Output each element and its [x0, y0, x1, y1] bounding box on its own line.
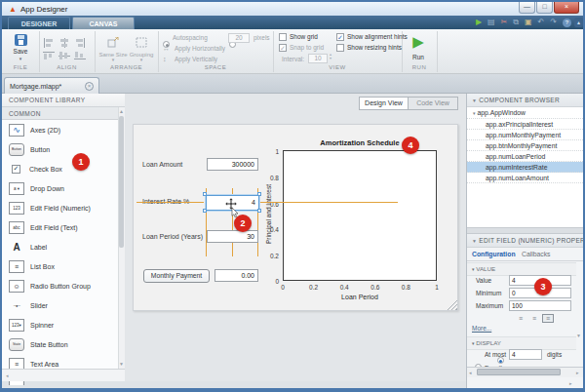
- alignment-hints-checkbox[interactable]: ✓: [336, 33, 344, 41]
- tab-canvas[interactable]: CANVAS: [72, 17, 135, 29]
- tree-root[interactable]: ▾ app.AppWindow: [467, 107, 583, 119]
- loan-amount-label[interactable]: Loan Amount: [142, 160, 182, 170]
- copy-icon[interactable]: ⧉: [513, 17, 519, 28]
- monthly-payment-button[interactable]: Monthly Payment: [143, 269, 210, 283]
- space-pixels-input[interactable]: 20: [228, 33, 250, 43]
- selection-handle[interactable]: [203, 192, 207, 196]
- tab-callbacks[interactable]: Callbacks: [522, 248, 550, 260]
- library-group-common[interactable]: COMMON: [2, 107, 125, 120]
- align-text-left-icon[interactable]: ≡: [515, 314, 526, 323]
- minimize-button[interactable]: —: [519, 2, 535, 14]
- interval-spinner[interactable]: ▴ ▾: [330, 53, 332, 60]
- tab-configuration[interactable]: Configuration: [472, 248, 516, 260]
- properties-hscrollbar-thumb[interactable]: [477, 369, 561, 375]
- tree-expand-icon[interactable]: ▾: [473, 110, 476, 116]
- maximize-button[interactable]: □: [536, 2, 553, 14]
- tree-item[interactable]: app.axPrincipalInterest: [467, 119, 583, 130]
- step-badge-4: 4: [402, 137, 419, 154]
- tab-designer[interactable]: DESIGNER: [8, 17, 70, 29]
- align-bottom-icon[interactable]: [74, 47, 89, 59]
- library-scrollbar-thumb[interactable]: [119, 116, 124, 248]
- code-view-button[interactable]: Code View: [409, 97, 458, 110]
- component-browser-header[interactable]: ▼ COMPONENT BROWSER: [467, 94, 583, 107]
- align-middle-icon[interactable]: [58, 47, 73, 59]
- cut-icon[interactable]: ✂: [501, 17, 508, 28]
- align-text-right-icon[interactable]: ≡: [542, 314, 554, 323]
- paste-icon[interactable]: ▣: [525, 17, 532, 28]
- library-bottom-scrollbar[interactable]: ◂: [2, 369, 125, 381]
- at-most-input[interactable]: 4: [509, 349, 542, 360]
- run-button[interactable]: ▶ Run: [404, 32, 433, 62]
- design-view-button[interactable]: Design View: [359, 97, 409, 110]
- properties-title: EDIT FIELD (NUMERIC) PROPERTIES: [479, 237, 583, 244]
- document-tab[interactable]: Mortgage.mlapp* ×: [4, 77, 99, 94]
- selection-handle[interactable]: [203, 209, 207, 213]
- align-right-icon[interactable]: [74, 34, 89, 46]
- scroll-left-icon[interactable]: ◂: [469, 370, 472, 375]
- library-item-edit-field-text[interactable]: abc Edit Field (Text): [2, 217, 109, 237]
- tree-item-selected[interactable]: app.numInterestRate: [467, 162, 583, 173]
- library-item-drop-down[interactable]: a ▾ Drop Down: [2, 178, 109, 198]
- align-center-icon[interactable]: [58, 34, 73, 46]
- apply-vertically-button[interactable]: Apply Vertically: [175, 55, 217, 63]
- align-left-icon[interactable]: [43, 34, 58, 46]
- scroll-right-icon[interactable]: ▸: [576, 370, 579, 375]
- label-icon: A: [9, 241, 24, 254]
- more-link[interactable]: More...: [472, 325, 491, 332]
- library-item-axes[interactable]: ∿ Axes (2D): [2, 120, 109, 139]
- tree-item[interactable]: app.btnMonthlyPayment: [467, 140, 583, 151]
- tree-item[interactable]: app.numLoanPeriod: [467, 151, 583, 162]
- tree-item[interactable]: app.numMonthlyPayment: [467, 130, 583, 140]
- loan-amount-field[interactable]: 300000: [207, 158, 258, 171]
- snap-to-grid-checkbox[interactable]: ✓: [279, 44, 287, 52]
- library-item-radio-button-group[interactable]: ⊙ Radio Button Group: [2, 276, 109, 295]
- monthly-payment-field[interactable]: 0.00: [214, 269, 258, 282]
- apply-horizontally-button[interactable]: Apply Horizontally: [175, 44, 225, 53]
- library-item-button[interactable]: Button Button: [2, 139, 109, 159]
- chart-plot-area[interactable]: [283, 150, 437, 281]
- document-close-icon[interactable]: ×: [85, 82, 94, 91]
- tree-item[interactable]: app.numLoanAmount: [467, 173, 583, 183]
- selection-handle[interactable]: [257, 209, 261, 213]
- run-quick-icon[interactable]: ▶: [476, 17, 482, 28]
- section-expand-icon[interactable]: ▾: [472, 266, 475, 272]
- library-item-slider[interactable]: ─●─ Slider: [2, 295, 109, 315]
- align-text-center-icon[interactable]: ≡: [528, 314, 540, 323]
- library-item-check-box[interactable]: ✓ Check Box: [2, 159, 109, 178]
- library-item-label-tool[interactable]: A Label: [2, 237, 109, 256]
- selection-handle[interactable]: [257, 192, 261, 196]
- panel-splitter[interactable]: [467, 227, 583, 234]
- close-button[interactable]: ×: [554, 2, 579, 14]
- library-item-spinner[interactable]: 123▾ Spinner: [2, 315, 109, 334]
- show-grid-checkbox[interactable]: [279, 33, 287, 41]
- align-top-icon[interactable]: [43, 47, 58, 59]
- library-item-list-box[interactable]: ≡ List Box: [2, 256, 109, 276]
- library-item-state-button[interactable]: State State Button: [2, 334, 109, 354]
- value-section-header[interactable]: ▾ VALUE: [467, 262, 576, 276]
- library-item-edit-field-numeric[interactable]: 123 Edit Field (Numeric): [2, 198, 109, 217]
- scroll-up-icon[interactable]: ▲: [119, 108, 124, 114]
- save-button[interactable]: Save ▾: [8, 32, 33, 62]
- loan-period-label[interactable]: Loan Period (Years): [142, 232, 203, 242]
- scroll-left-icon[interactable]: ◂: [6, 372, 9, 378]
- scroll-down-icon[interactable]: ▼: [119, 361, 124, 367]
- resizing-hints-checkbox[interactable]: [336, 44, 344, 52]
- grouping-button[interactable]: Grouping ▾: [128, 32, 155, 62]
- scroll-end-icon[interactable]: ▸: [569, 380, 572, 386]
- help-icon[interactable]: ?: [563, 19, 571, 27]
- same-size-button[interactable]: Same Size ▾: [98, 32, 128, 62]
- collapse-section-icon[interactable]: ▼: [472, 98, 477, 103]
- collapse-ribbon-icon[interactable]: ▴: [574, 18, 583, 27]
- save-quick-icon[interactable]: ▤: [488, 17, 495, 28]
- loan-period-field[interactable]: 30: [207, 230, 258, 243]
- interval-input[interactable]: 10: [308, 54, 328, 63]
- maximum-input[interactable]: 100: [509, 300, 571, 311]
- undo-icon[interactable]: ↶: [538, 17, 545, 28]
- redo-icon[interactable]: ↷: [550, 17, 557, 28]
- spin-down-icon[interactable]: ▾: [330, 56, 332, 60]
- scroll-down-icon[interactable]: ▼: [576, 333, 581, 338]
- properties-header[interactable]: ▼ EDIT FIELD (NUMERIC) PROPERTIES: [467, 234, 583, 248]
- display-section-header[interactable]: ▾ DISPLAY: [467, 336, 576, 350]
- section-expand-icon[interactable]: ▾: [472, 340, 475, 346]
- collapse-section-icon[interactable]: ▼: [472, 238, 477, 244]
